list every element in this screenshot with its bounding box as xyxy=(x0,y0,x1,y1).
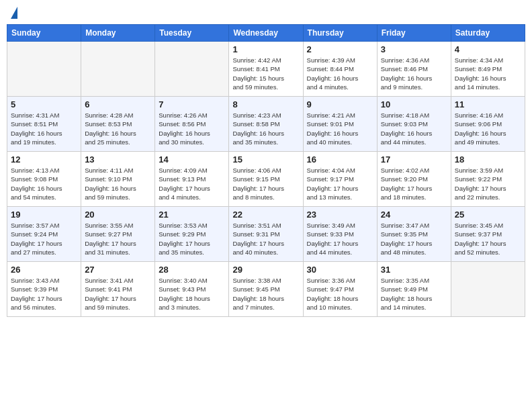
day-info: Sunrise: 4:36 AMSunset: 8:46 PMDaylight:… xyxy=(381,56,447,91)
calendar-cell: 16Sunrise: 4:04 AMSunset: 9:17 PMDayligh… xyxy=(303,152,377,207)
calendar-header-sunday: Sunday xyxy=(7,25,81,42)
day-number: 19 xyxy=(11,210,77,220)
day-number: 3 xyxy=(381,44,447,54)
page-header xyxy=(7,7,525,19)
day-number: 20 xyxy=(85,210,151,220)
day-number: 6 xyxy=(85,99,151,109)
day-number: 24 xyxy=(381,210,447,220)
day-info: Sunrise: 4:06 AMSunset: 9:15 PMDaylight:… xyxy=(232,166,299,201)
day-number: 9 xyxy=(307,99,373,109)
day-info: Sunrise: 3:35 AMSunset: 9:49 PMDaylight:… xyxy=(381,276,447,312)
day-number: 30 xyxy=(307,265,373,275)
calendar-cell xyxy=(81,42,155,97)
calendar-cell: 29Sunrise: 3:38 AMSunset: 9:45 PMDayligh… xyxy=(229,262,303,317)
calendar-cell: 28Sunrise: 3:40 AMSunset: 9:43 PMDayligh… xyxy=(155,262,229,317)
day-number: 14 xyxy=(159,154,225,165)
day-info: Sunrise: 3:51 AMSunset: 9:31 PMDaylight:… xyxy=(232,221,299,257)
calendar-cell: 20Sunrise: 3:55 AMSunset: 9:27 PMDayligh… xyxy=(81,207,155,262)
calendar-week-row: 19Sunrise: 3:57 AMSunset: 9:24 PMDayligh… xyxy=(7,207,525,262)
day-info: Sunrise: 3:53 AMSunset: 9:29 PMDaylight:… xyxy=(159,221,225,257)
day-info: Sunrise: 3:38 AMSunset: 9:45 PMDaylight:… xyxy=(232,276,299,312)
calendar-cell: 4Sunrise: 4:34 AMSunset: 8:49 PMDaylight… xyxy=(451,42,525,97)
day-number: 23 xyxy=(307,210,373,220)
day-info: Sunrise: 3:55 AMSunset: 9:27 PMDaylight:… xyxy=(85,221,151,257)
calendar-cell xyxy=(155,42,229,97)
day-number: 18 xyxy=(455,154,521,165)
calendar-cell: 17Sunrise: 4:02 AMSunset: 9:20 PMDayligh… xyxy=(377,152,451,207)
day-number: 15 xyxy=(232,154,299,165)
day-info: Sunrise: 4:34 AMSunset: 8:49 PMDaylight:… xyxy=(455,56,521,91)
day-number: 1 xyxy=(232,44,299,54)
calendar-cell xyxy=(451,262,525,317)
day-info: Sunrise: 4:16 AMSunset: 9:06 PMDaylight:… xyxy=(455,111,521,146)
day-info: Sunrise: 3:57 AMSunset: 9:24 PMDaylight:… xyxy=(11,221,77,257)
day-number: 31 xyxy=(381,265,447,275)
calendar-header-friday: Friday xyxy=(377,25,451,42)
day-number: 25 xyxy=(455,210,521,220)
day-info: Sunrise: 3:59 AMSunset: 9:22 PMDaylight:… xyxy=(455,166,521,201)
day-number: 21 xyxy=(159,210,225,220)
calendar-cell: 25Sunrise: 3:45 AMSunset: 9:37 PMDayligh… xyxy=(451,207,525,262)
calendar-cell: 2Sunrise: 4:39 AMSunset: 8:44 PMDaylight… xyxy=(303,42,377,97)
calendar-cell: 27Sunrise: 3:41 AMSunset: 9:41 PMDayligh… xyxy=(81,262,155,317)
calendar-cell: 31Sunrise: 3:35 AMSunset: 9:49 PMDayligh… xyxy=(377,262,451,317)
day-info: Sunrise: 4:31 AMSunset: 8:51 PMDaylight:… xyxy=(11,111,77,146)
calendar-cell: 5Sunrise: 4:31 AMSunset: 8:51 PMDaylight… xyxy=(7,97,81,152)
calendar-week-row: 26Sunrise: 3:43 AMSunset: 9:39 PMDayligh… xyxy=(7,262,525,317)
day-info: Sunrise: 4:13 AMSunset: 9:08 PMDaylight:… xyxy=(11,166,77,201)
calendar-cell: 15Sunrise: 4:06 AMSunset: 9:15 PMDayligh… xyxy=(229,152,303,207)
calendar-cell: 26Sunrise: 3:43 AMSunset: 9:39 PMDayligh… xyxy=(7,262,81,317)
day-number: 7 xyxy=(159,99,225,109)
calendar-cell: 11Sunrise: 4:16 AMSunset: 9:06 PMDayligh… xyxy=(451,97,525,152)
day-info: Sunrise: 3:41 AMSunset: 9:41 PMDaylight:… xyxy=(85,276,151,312)
day-number: 13 xyxy=(85,154,151,165)
day-number: 27 xyxy=(85,265,151,275)
calendar-cell: 22Sunrise: 3:51 AMSunset: 9:31 PMDayligh… xyxy=(229,207,303,262)
calendar-header-thursday: Thursday xyxy=(303,25,377,42)
calendar-week-row: 1Sunrise: 4:42 AMSunset: 8:41 PMDaylight… xyxy=(7,42,525,97)
day-info: Sunrise: 3:40 AMSunset: 9:43 PMDaylight:… xyxy=(159,276,225,312)
calendar-header-row: SundayMondayTuesdayWednesdayThursdayFrid… xyxy=(7,25,525,42)
calendar-cell: 19Sunrise: 3:57 AMSunset: 9:24 PMDayligh… xyxy=(7,207,81,262)
day-number: 29 xyxy=(232,265,299,275)
day-info: Sunrise: 4:39 AMSunset: 8:44 PMDaylight:… xyxy=(307,56,373,91)
day-number: 11 xyxy=(455,99,521,109)
day-info: Sunrise: 4:18 AMSunset: 9:03 PMDaylight:… xyxy=(381,111,447,146)
day-info: Sunrise: 4:04 AMSunset: 9:17 PMDaylight:… xyxy=(307,166,373,201)
logo-triangle-icon xyxy=(11,7,17,19)
calendar-cell: 6Sunrise: 4:28 AMSunset: 8:53 PMDaylight… xyxy=(81,97,155,152)
day-info: Sunrise: 4:21 AMSunset: 9:01 PMDaylight:… xyxy=(307,111,373,146)
calendar-cell: 7Sunrise: 4:26 AMSunset: 8:56 PMDaylight… xyxy=(155,97,229,152)
day-info: Sunrise: 3:36 AMSunset: 9:47 PMDaylight:… xyxy=(307,276,373,312)
day-info: Sunrise: 4:02 AMSunset: 9:20 PMDaylight:… xyxy=(381,166,447,201)
day-info: Sunrise: 4:11 AMSunset: 9:10 PMDaylight:… xyxy=(85,166,151,201)
day-number: 8 xyxy=(232,99,299,109)
day-info: Sunrise: 3:43 AMSunset: 9:39 PMDaylight:… xyxy=(11,276,77,312)
day-number: 22 xyxy=(232,210,299,220)
calendar-cell: 8Sunrise: 4:23 AMSunset: 8:58 PMDaylight… xyxy=(229,97,303,152)
calendar-header-saturday: Saturday xyxy=(451,25,525,42)
calendar-table: SundayMondayTuesdayWednesdayThursdayFrid… xyxy=(7,24,525,317)
calendar-cell: 13Sunrise: 4:11 AMSunset: 9:10 PMDayligh… xyxy=(81,152,155,207)
calendar-cell: 18Sunrise: 3:59 AMSunset: 9:22 PMDayligh… xyxy=(451,152,525,207)
calendar-cell: 12Sunrise: 4:13 AMSunset: 9:08 PMDayligh… xyxy=(7,152,81,207)
day-number: 26 xyxy=(11,265,77,275)
calendar-cell: 14Sunrise: 4:09 AMSunset: 9:13 PMDayligh… xyxy=(155,152,229,207)
day-number: 5 xyxy=(11,99,77,109)
day-number: 2 xyxy=(307,44,373,54)
calendar-cell: 21Sunrise: 3:53 AMSunset: 9:29 PMDayligh… xyxy=(155,207,229,262)
day-info: Sunrise: 4:42 AMSunset: 8:41 PMDaylight:… xyxy=(232,56,299,91)
day-number: 4 xyxy=(455,44,521,54)
calendar-cell: 1Sunrise: 4:42 AMSunset: 8:41 PMDaylight… xyxy=(229,42,303,97)
day-info: Sunrise: 4:09 AMSunset: 9:13 PMDaylight:… xyxy=(159,166,225,201)
calendar-cell: 3Sunrise: 4:36 AMSunset: 8:46 PMDaylight… xyxy=(377,42,451,97)
day-number: 12 xyxy=(11,154,77,165)
calendar-cell: 10Sunrise: 4:18 AMSunset: 9:03 PMDayligh… xyxy=(377,97,451,152)
calendar-header-tuesday: Tuesday xyxy=(155,25,229,42)
day-info: Sunrise: 4:26 AMSunset: 8:56 PMDaylight:… xyxy=(159,111,225,146)
calendar-cell: 9Sunrise: 4:21 AMSunset: 9:01 PMDaylight… xyxy=(303,97,377,152)
day-info: Sunrise: 3:49 AMSunset: 9:33 PMDaylight:… xyxy=(307,221,373,257)
day-number: 28 xyxy=(159,265,225,275)
day-info: Sunrise: 4:28 AMSunset: 8:53 PMDaylight:… xyxy=(85,111,151,146)
day-number: 10 xyxy=(381,99,447,109)
